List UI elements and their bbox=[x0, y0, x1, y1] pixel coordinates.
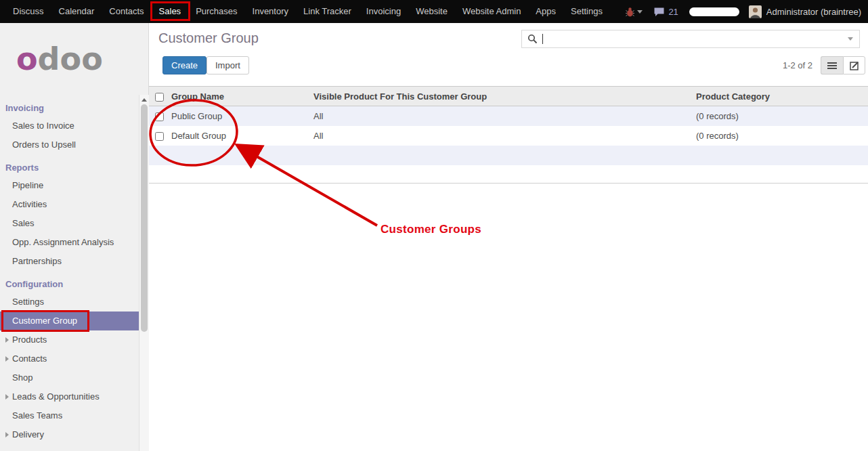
sidebar: odoo Invoicing Sales to Invoice Orders t… bbox=[0, 23, 149, 451]
pager: 1-2 of 2 bbox=[783, 56, 865, 74]
menu-apps[interactable]: Apps bbox=[528, 0, 563, 23]
menu-discuss[interactable]: Discuss bbox=[5, 0, 51, 23]
column-visible-product[interactable]: Visible Product For This Customer Group bbox=[311, 87, 694, 106]
systray: 21 Administrator (braintree) bbox=[626, 5, 868, 18]
progress-pill[interactable] bbox=[689, 7, 739, 16]
sidebar-item-orders-to-upsell[interactable]: Orders to Upsell bbox=[0, 135, 139, 154]
chevron-right-icon bbox=[5, 394, 9, 400]
sidebar-item-sales-teams[interactable]: Sales Teams bbox=[0, 406, 139, 425]
sidebar-scrollbar[interactable] bbox=[139, 95, 149, 451]
pager-range: 1-2 of 2 bbox=[783, 60, 812, 70]
customer-group-table: Group Name Visible Product For This Cust… bbox=[149, 86, 868, 184]
scroll-up-icon[interactable] bbox=[142, 98, 147, 102]
search-options-caret-icon[interactable] bbox=[842, 30, 859, 47]
sidebar-item-label: Delivery bbox=[12, 429, 44, 439]
search-bar bbox=[521, 30, 860, 48]
messages-count[interactable]: 21 bbox=[668, 7, 678, 17]
sidebar-item-activities[interactable]: Activities bbox=[0, 195, 139, 214]
logo-rest: doo bbox=[38, 41, 103, 77]
table-row[interactable]: Public Group All (0 records) bbox=[149, 106, 868, 127]
chevron-right-icon bbox=[5, 356, 9, 362]
sidebar-item-shop[interactable]: Shop bbox=[0, 368, 139, 387]
debug-icon[interactable] bbox=[626, 7, 634, 17]
row-checkbox[interactable] bbox=[155, 112, 164, 121]
chevron-right-icon bbox=[5, 337, 9, 343]
cell-visible-product[interactable]: All bbox=[311, 106, 694, 127]
sidebar-item-partnerships[interactable]: Partnerships bbox=[0, 252, 139, 271]
sidebar-item-pipeline[interactable]: Pipeline bbox=[0, 176, 139, 195]
cell-product-category[interactable]: (0 records) bbox=[694, 106, 868, 127]
table-row[interactable]: Default Group All (0 records) bbox=[149, 126, 868, 146]
sidebar-item-sales-to-invoice[interactable]: Sales to Invoice bbox=[0, 116, 139, 135]
sidebar-section-configuration[interactable]: Configuration bbox=[0, 276, 148, 293]
caret-down-icon[interactable] bbox=[637, 10, 643, 14]
sidebar-item-label: Contacts bbox=[12, 353, 47, 364]
chevron-right-icon bbox=[5, 432, 9, 437]
menu-contacts[interactable]: Contacts bbox=[102, 0, 151, 23]
top-menu: Discuss Calendar Contacts Sales Purchase… bbox=[0, 0, 610, 23]
user-menu[interactable]: Administrator (braintree) bbox=[766, 7, 861, 17]
menu-website[interactable]: Website bbox=[408, 0, 455, 23]
column-product-category[interactable]: Product Category bbox=[694, 87, 868, 106]
menu-sales[interactable]: Sales bbox=[152, 0, 189, 23]
sidebar-item-delivery[interactable]: Delivery bbox=[0, 425, 139, 444]
sidebar-item-label: Products bbox=[12, 335, 47, 345]
empty-row bbox=[149, 146, 868, 165]
search-input[interactable] bbox=[543, 31, 842, 47]
empty-row bbox=[149, 165, 868, 184]
odoo-screen: Discuss Calendar Contacts Sales Purchase… bbox=[0, 0, 868, 451]
avatar[interactable] bbox=[749, 5, 762, 18]
view-switcher bbox=[821, 56, 865, 74]
odoo-logo: odoo bbox=[0, 23, 148, 95]
sidebar-item-label: Leads & Opportunities bbox=[12, 391, 100, 402]
page-title: Customer Group bbox=[158, 30, 259, 46]
cell-group-name[interactable]: Public Group bbox=[169, 106, 311, 127]
menu-link-tracker[interactable]: Link Tracker bbox=[296, 0, 359, 23]
sidebar-item-settings[interactable]: Settings bbox=[0, 293, 139, 312]
menu-inventory[interactable]: Inventory bbox=[245, 0, 296, 23]
sidebar-item-sales[interactable]: Sales bbox=[0, 214, 139, 233]
menu-calendar[interactable]: Calendar bbox=[51, 0, 102, 23]
menu-settings[interactable]: Settings bbox=[563, 0, 610, 23]
create-button[interactable]: Create bbox=[162, 56, 207, 74]
sidebar-item-leads-opportunities[interactable]: Leads & Opportunities bbox=[0, 387, 139, 406]
messages-icon[interactable] bbox=[653, 7, 665, 17]
search-icon bbox=[527, 34, 538, 44]
scrollbar-thumb[interactable] bbox=[141, 104, 148, 332]
logo-first-letter: o bbox=[16, 41, 38, 77]
sidebar-item-contacts[interactable]: Contacts bbox=[0, 349, 139, 368]
main-content: Customer Group Create Import 1-2 of 2 bbox=[149, 23, 868, 451]
select-all-checkbox[interactable] bbox=[155, 93, 164, 102]
sidebar-item-opp-assignment-analysis[interactable]: Opp. Assignment Analysis bbox=[0, 233, 139, 252]
sidebar-section-reports[interactable]: Reports bbox=[0, 160, 148, 176]
list-view-button[interactable] bbox=[821, 56, 843, 74]
table-header-row: Group Name Visible Product For This Cust… bbox=[149, 87, 868, 106]
sidebar-item-customer-group[interactable]: Customer Group bbox=[0, 312, 139, 330]
sidebar-item-products[interactable]: Products bbox=[0, 330, 139, 349]
import-button[interactable]: Import bbox=[207, 56, 249, 74]
cell-visible-product[interactable]: All bbox=[311, 126, 694, 146]
column-group-name[interactable]: Group Name bbox=[169, 87, 311, 106]
topbar: Discuss Calendar Contacts Sales Purchase… bbox=[0, 0, 868, 23]
sidebar-section-invoicing[interactable]: Invoicing bbox=[0, 100, 148, 116]
row-checkbox[interactable] bbox=[155, 132, 164, 141]
menu-purchases[interactable]: Purchases bbox=[188, 0, 244, 23]
cell-group-name[interactable]: Default Group bbox=[169, 126, 311, 146]
cell-product-category[interactable]: (0 records) bbox=[694, 126, 868, 146]
form-view-button[interactable] bbox=[843, 56, 865, 74]
menu-website-admin[interactable]: Website Admin bbox=[455, 0, 528, 23]
menu-sales-label: Sales bbox=[159, 6, 181, 16]
menu-invoicing[interactable]: Invoicing bbox=[359, 0, 408, 23]
